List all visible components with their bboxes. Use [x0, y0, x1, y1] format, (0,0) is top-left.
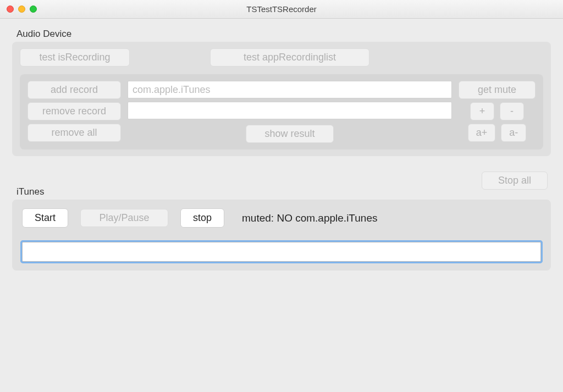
- record-controls-box: add record remove record remove all show…: [20, 74, 543, 150]
- show-result-button[interactable]: show result: [246, 125, 334, 143]
- zoom-window-button[interactable]: [30, 5, 37, 13]
- close-window-button[interactable]: [7, 5, 14, 13]
- test-is-recording-button[interactable]: test isRecording: [20, 48, 130, 67]
- get-mute-button[interactable]: get mute: [459, 81, 536, 99]
- traffic-lights: [7, 5, 37, 13]
- left-buttons-column: add record remove record remove all: [27, 81, 121, 143]
- mute-status-text: muted: NO com.apple.iTunes: [242, 212, 377, 224]
- play-pause-button[interactable]: Play/Pause: [80, 209, 168, 227]
- remove-all-button[interactable]: remove all: [27, 124, 121, 142]
- start-button[interactable]: Start: [22, 208, 68, 228]
- plus-button[interactable]: +: [470, 102, 494, 120]
- titlebar: TSTestTSRecorder: [0, 0, 563, 19]
- audio-device-label: Audio Device: [16, 29, 551, 40]
- audio-device-group: test isRecording test appRecordinglist a…: [12, 42, 551, 156]
- minus-button[interactable]: -: [500, 102, 524, 120]
- a-minus-button[interactable]: a-: [501, 124, 526, 142]
- content-area: Audio Device test isRecording test appRe…: [0, 19, 563, 280]
- right-buttons-column: get mute + - a+ a-: [459, 81, 536, 143]
- remove-record-button[interactable]: remove record: [27, 102, 121, 120]
- stop-all-button[interactable]: Stop all: [482, 172, 548, 190]
- window-title: TSTestTSRecorder: [0, 4, 563, 14]
- minimize-window-button[interactable]: [18, 5, 25, 13]
- middle-input-column: show result: [128, 81, 452, 143]
- add-record-button[interactable]: add record: [27, 81, 121, 99]
- record-input-1[interactable]: [128, 81, 452, 98]
- itunes-label: iTunes: [16, 186, 551, 197]
- itunes-main-input[interactable]: [22, 242, 541, 262]
- test-app-recording-list-button[interactable]: test appRecordinglist: [210, 48, 369, 67]
- record-input-2[interactable]: [128, 102, 452, 119]
- stop-button[interactable]: stop: [180, 208, 224, 228]
- itunes-group: Start Play/Pause stop muted: NO com.appl…: [12, 200, 551, 270]
- a-plus-button[interactable]: a+: [468, 124, 496, 142]
